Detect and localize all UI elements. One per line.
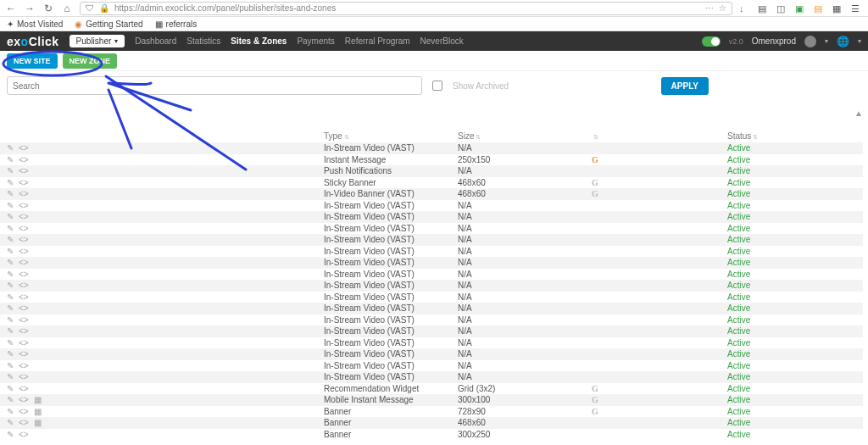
edit-icon[interactable]: ✎ bbox=[7, 281, 14, 290]
user-caret-icon[interactable]: ▾ bbox=[825, 37, 828, 45]
ext3-icon[interactable]: ▦ bbox=[832, 3, 844, 14]
ext2-icon[interactable]: ▤ bbox=[814, 3, 826, 14]
th-type[interactable]: Type bbox=[324, 131, 342, 141]
nav-sites-zones[interactable]: Sites & Zones bbox=[231, 36, 287, 46]
sidebar-icon[interactable]: ◫ bbox=[776, 3, 788, 14]
edit-icon[interactable]: ✎ bbox=[7, 258, 14, 267]
code-icon[interactable]: <> bbox=[19, 247, 29, 256]
code-icon[interactable]: <> bbox=[19, 281, 29, 290]
cell-type: Recommendation Widget bbox=[324, 384, 458, 393]
edit-icon[interactable]: ✎ bbox=[7, 430, 14, 439]
bookmark-getting-started[interactable]: ◉Getting Started bbox=[75, 19, 142, 29]
edit-icon[interactable]: ✎ bbox=[7, 189, 14, 198]
role-dropdown[interactable]: Publisher▾ bbox=[70, 35, 125, 47]
edit-icon[interactable]: ✎ bbox=[7, 303, 14, 313]
edit-icon[interactable]: ✎ bbox=[7, 143, 14, 153]
code-icon[interactable]: <> bbox=[19, 189, 29, 198]
code-icon[interactable]: <> bbox=[19, 166, 29, 175]
edit-icon[interactable]: ✎ bbox=[7, 201, 14, 210]
nav-payments[interactable]: Payments bbox=[297, 36, 334, 46]
edit-icon[interactable]: ✎ bbox=[7, 315, 14, 325]
code-icon[interactable]: <> bbox=[19, 292, 29, 302]
forward-icon[interactable]: → bbox=[24, 3, 36, 14]
download-icon[interactable]: ↓ bbox=[739, 3, 751, 14]
code-icon[interactable]: <> bbox=[19, 418, 29, 427]
code-icon[interactable]: <> bbox=[19, 326, 29, 336]
bookmark-referrals[interactable]: ▦referrals bbox=[155, 19, 198, 29]
cell-type: In-Stream Video (VAST) bbox=[324, 201, 458, 210]
code-icon[interactable]: <> bbox=[19, 349, 29, 359]
star-outline-icon[interactable]: ☆ bbox=[719, 3, 726, 13]
code-icon[interactable]: <> bbox=[19, 315, 29, 325]
edit-icon[interactable]: ✎ bbox=[7, 212, 14, 221]
cell-size: N/A bbox=[458, 201, 592, 210]
code-icon[interactable]: <> bbox=[19, 155, 29, 164]
edit-icon[interactable]: ✎ bbox=[7, 270, 14, 279]
code-icon[interactable]: <> bbox=[19, 338, 29, 348]
collapse-icon[interactable]: ▲ bbox=[854, 108, 863, 118]
search-input[interactable] bbox=[7, 76, 422, 95]
reload-icon[interactable]: ↻ bbox=[42, 3, 54, 14]
show-archived-checkbox[interactable] bbox=[432, 81, 442, 91]
code-icon[interactable]: <> bbox=[19, 430, 29, 439]
code-icon[interactable]: <> bbox=[19, 407, 29, 416]
th-status[interactable]: Status bbox=[727, 131, 751, 141]
edit-icon[interactable]: ✎ bbox=[7, 166, 14, 175]
extra-icon[interactable]: ▦ bbox=[34, 418, 42, 427]
edit-icon[interactable]: ✎ bbox=[7, 407, 14, 416]
edit-icon[interactable]: ✎ bbox=[7, 384, 14, 393]
code-icon[interactable]: <> bbox=[19, 395, 29, 404]
lang-caret-icon[interactable]: ▾ bbox=[858, 37, 861, 45]
edit-icon[interactable]: ✎ bbox=[7, 372, 14, 381]
edit-icon[interactable]: ✎ bbox=[7, 418, 14, 427]
code-icon[interactable]: <> bbox=[19, 258, 29, 267]
code-icon[interactable]: <> bbox=[19, 384, 29, 393]
edit-icon[interactable]: ✎ bbox=[7, 247, 14, 256]
cell-size: N/A bbox=[458, 372, 592, 381]
google-icon: G bbox=[592, 407, 598, 416]
nav-neverblock[interactable]: NeverBlock bbox=[420, 36, 464, 46]
nav-referral-program[interactable]: Referral Program bbox=[345, 36, 410, 46]
new-site-button[interactable]: NEW SITE bbox=[7, 53, 58, 69]
bookmark-most-visited[interactable]: ✦Most Visited bbox=[7, 19, 63, 29]
code-icon[interactable]: <> bbox=[19, 143, 29, 153]
extra-icon[interactable]: ▦ bbox=[34, 395, 42, 404]
ext1-icon[interactable]: ▣ bbox=[795, 3, 807, 14]
home-icon[interactable]: ⌂ bbox=[61, 3, 73, 14]
library-icon[interactable]: ▤ bbox=[758, 3, 770, 14]
edit-icon[interactable]: ✎ bbox=[7, 338, 14, 348]
new-zone-button[interactable]: NEW ZONE bbox=[63, 53, 118, 69]
apply-button[interactable]: APPLY bbox=[661, 77, 709, 95]
nav-dashboard[interactable]: Dashboard bbox=[135, 36, 176, 46]
edit-icon[interactable]: ✎ bbox=[7, 361, 14, 370]
table-row: ✎<>In-Video Banner (VAST)468x60GActive bbox=[0, 188, 863, 200]
toggle-switch[interactable] bbox=[702, 36, 721, 47]
code-icon[interactable]: <> bbox=[19, 361, 29, 370]
code-icon[interactable]: <> bbox=[19, 372, 29, 381]
code-icon[interactable]: <> bbox=[19, 212, 29, 221]
code-icon[interactable]: <> bbox=[19, 303, 29, 313]
back-icon[interactable]: ← bbox=[5, 3, 17, 14]
edit-icon[interactable]: ✎ bbox=[7, 292, 14, 302]
kebab-icon[interactable]: ⋯ bbox=[705, 3, 714, 13]
avatar[interactable] bbox=[804, 36, 816, 47]
edit-icon[interactable]: ✎ bbox=[7, 235, 14, 244]
menu-icon[interactable]: ☰ bbox=[851, 3, 863, 14]
edit-icon[interactable]: ✎ bbox=[7, 326, 14, 336]
code-icon[interactable]: <> bbox=[19, 201, 29, 210]
code-icon[interactable]: <> bbox=[19, 270, 29, 279]
nav-statistics[interactable]: Statistics bbox=[186, 36, 220, 46]
edit-icon[interactable]: ✎ bbox=[7, 178, 14, 187]
edit-icon[interactable]: ✎ bbox=[7, 155, 14, 164]
extra-icon[interactable]: ▦ bbox=[34, 407, 42, 416]
code-icon[interactable]: <> bbox=[19, 235, 29, 244]
code-icon[interactable]: <> bbox=[19, 178, 29, 187]
code-icon[interactable]: <> bbox=[19, 224, 29, 233]
globe-icon[interactable]: 🌐 bbox=[837, 36, 849, 47]
cell-type: Instant Message bbox=[324, 155, 458, 164]
url-bar[interactable]: 🛡 🔒 https://admin.exoclick.com/panel/pub… bbox=[80, 2, 732, 15]
edit-icon[interactable]: ✎ bbox=[7, 224, 14, 233]
edit-icon[interactable]: ✎ bbox=[7, 349, 14, 359]
th-size[interactable]: Size bbox=[458, 131, 474, 141]
edit-icon[interactable]: ✎ bbox=[7, 395, 14, 404]
